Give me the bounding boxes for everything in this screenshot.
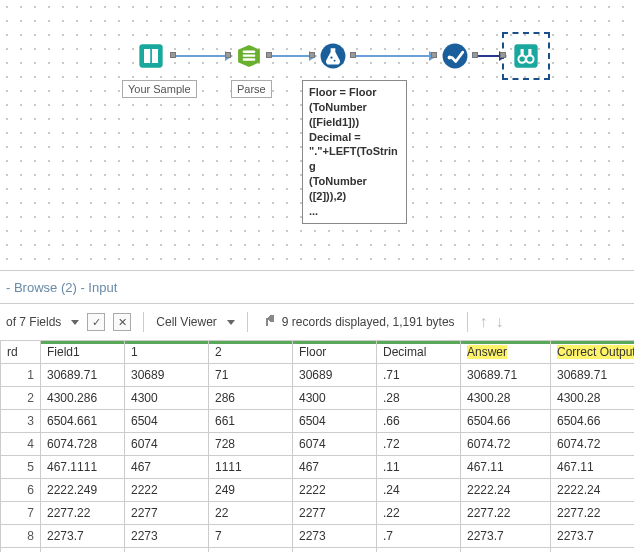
table-row[interactable]: 92277.222277222277.222277.222277.22 (1, 548, 635, 553)
header-1[interactable]: 1 (125, 341, 209, 364)
cell-field1[interactable]: 30689.71 (41, 364, 125, 387)
cell-decimal[interactable]: .72 (377, 433, 461, 456)
cell-floor[interactable]: 467 (293, 456, 377, 479)
table-row[interactable]: 5467.11114671111467.11467.11467.11 (1, 456, 635, 479)
cell-floor[interactable]: 2222 (293, 479, 377, 502)
cell-answer[interactable]: 2277.22 (461, 502, 551, 525)
tool-formula[interactable] (315, 38, 351, 74)
cell-2[interactable]: 286 (209, 387, 293, 410)
tool-input[interactable] (133, 38, 169, 74)
cell-answer[interactable]: 6074.72 (461, 433, 551, 456)
header-answer[interactable]: Answer (461, 341, 551, 364)
nav-up[interactable]: ↑ (480, 313, 488, 331)
cell-decimal[interactable]: .71 (377, 364, 461, 387)
table-row[interactable]: 24300.28643002864300.284300.284300.28 (1, 387, 635, 410)
cell-2[interactable]: 249 (209, 479, 293, 502)
cell-rownum[interactable]: 5 (1, 456, 41, 479)
tool-select[interactable] (437, 38, 473, 74)
cell-1[interactable]: 2277 (125, 502, 209, 525)
header-floor[interactable]: Floor (293, 341, 377, 364)
cell-answer[interactable]: 467.11 (461, 456, 551, 479)
cell-field1[interactable]: 2222.249 (41, 479, 125, 502)
cell-correct-output[interactable]: 4300.28 (551, 387, 635, 410)
cell-correct-output[interactable]: 2222.24 (551, 479, 635, 502)
cell-answer[interactable]: 2222.24 (461, 479, 551, 502)
cell-floor[interactable]: 2277 (293, 548, 377, 553)
cell-field1[interactable]: 467.1111 (41, 456, 125, 479)
cell-1[interactable]: 6504 (125, 410, 209, 433)
check-all-button[interactable]: ✓ (87, 313, 105, 331)
nav-down[interactable]: ↓ (496, 313, 504, 331)
header-rownum[interactable]: rd (1, 341, 41, 364)
header-correct-output[interactable]: Correct Output (551, 341, 635, 364)
cell-rownum[interactable]: 4 (1, 433, 41, 456)
cell-2[interactable]: 7 (209, 525, 293, 548)
clear-all-button[interactable]: ✕ (113, 313, 131, 331)
cell-rownum[interactable]: 9 (1, 548, 41, 553)
cell-decimal[interactable]: .66 (377, 410, 461, 433)
cell-2[interactable]: 22 (209, 548, 293, 553)
cell-1[interactable]: 2277 (125, 548, 209, 553)
cell-floor[interactable]: 6074 (293, 433, 377, 456)
table-row[interactable]: 36504.66165046616504.666504.666504.66 (1, 410, 635, 433)
cell-rownum[interactable]: 6 (1, 479, 41, 502)
filter-icon[interactable] (260, 315, 274, 329)
header-field1[interactable]: Field1 (41, 341, 125, 364)
cell-rownum[interactable]: 7 (1, 502, 41, 525)
cell-1[interactable]: 6074 (125, 433, 209, 456)
tool-browse[interactable] (508, 38, 544, 74)
cell-2[interactable]: 22 (209, 502, 293, 525)
cell-correct-output[interactable]: 2273.7 (551, 525, 635, 548)
cell-answer[interactable]: 2273.7 (461, 525, 551, 548)
cell-correct-output[interactable]: 6074.72 (551, 433, 635, 456)
cell-2[interactable]: 661 (209, 410, 293, 433)
cell-1[interactable]: 2273 (125, 525, 209, 548)
cell-decimal[interactable]: .24 (377, 479, 461, 502)
cell-decimal[interactable]: .22 (377, 502, 461, 525)
fields-dropdown[interactable] (71, 320, 79, 325)
header-2[interactable]: 2 (209, 341, 293, 364)
cell-floor[interactable]: 30689 (293, 364, 377, 387)
tool-parse[interactable] (231, 38, 267, 74)
cell-2[interactable]: 71 (209, 364, 293, 387)
cell-rownum[interactable]: 8 (1, 525, 41, 548)
cell-decimal[interactable]: .28 (377, 387, 461, 410)
cell-2[interactable]: 1111 (209, 456, 293, 479)
header-decimal[interactable]: Decimal (377, 341, 461, 364)
cell-correct-output[interactable]: 2277.22 (551, 502, 635, 525)
anchor-out[interactable] (170, 52, 176, 58)
results-grid[interactable]: rd Field1 1 2 Floor Decimal Answer Corre… (0, 340, 634, 552)
cell-field1[interactable]: 4300.286 (41, 387, 125, 410)
cell-field1[interactable]: 2273.7 (41, 525, 125, 548)
cell-correct-output[interactable]: 30689.71 (551, 364, 635, 387)
table-row[interactable]: 62222.24922222492222.242222.242222.24 (1, 479, 635, 502)
cell-decimal[interactable]: .22 (377, 548, 461, 553)
cell-2[interactable]: 728 (209, 433, 293, 456)
cell-rownum[interactable]: 3 (1, 410, 41, 433)
table-row[interactable]: 72277.222277222277.222277.222277.22 (1, 502, 635, 525)
cell-1[interactable]: 467 (125, 456, 209, 479)
cell-answer[interactable]: 2277.22 (461, 548, 551, 553)
table-row[interactable]: 82273.7227372273.72273.72273.7 (1, 525, 635, 548)
cell-field1[interactable]: 2277.22 (41, 548, 125, 553)
anchor-in[interactable] (500, 52, 506, 58)
cell-decimal[interactable]: .7 (377, 525, 461, 548)
cell-floor[interactable]: 4300 (293, 387, 377, 410)
cell-rownum[interactable]: 1 (1, 364, 41, 387)
cell-floor[interactable]: 2277 (293, 502, 377, 525)
cell-field1[interactable]: 6504.661 (41, 410, 125, 433)
cell-answer[interactable]: 4300.28 (461, 387, 551, 410)
cell-decimal[interactable]: .11 (377, 456, 461, 479)
table-row[interactable]: 130689.71306897130689.7130689.7130689.71 (1, 364, 635, 387)
cell-field1[interactable]: 6074.728 (41, 433, 125, 456)
cell-1[interactable]: 2222 (125, 479, 209, 502)
cell-answer[interactable]: 6504.66 (461, 410, 551, 433)
cell-correct-output[interactable]: 2277.22 (551, 548, 635, 553)
cell-floor[interactable]: 2273 (293, 525, 377, 548)
cell-1[interactable]: 30689 (125, 364, 209, 387)
cell-correct-output[interactable]: 6504.66 (551, 410, 635, 433)
cell-field1[interactable]: 2277.22 (41, 502, 125, 525)
cell-rownum[interactable]: 2 (1, 387, 41, 410)
cell-answer[interactable]: 30689.71 (461, 364, 551, 387)
table-row[interactable]: 46074.72860747286074.726074.726074.72 (1, 433, 635, 456)
